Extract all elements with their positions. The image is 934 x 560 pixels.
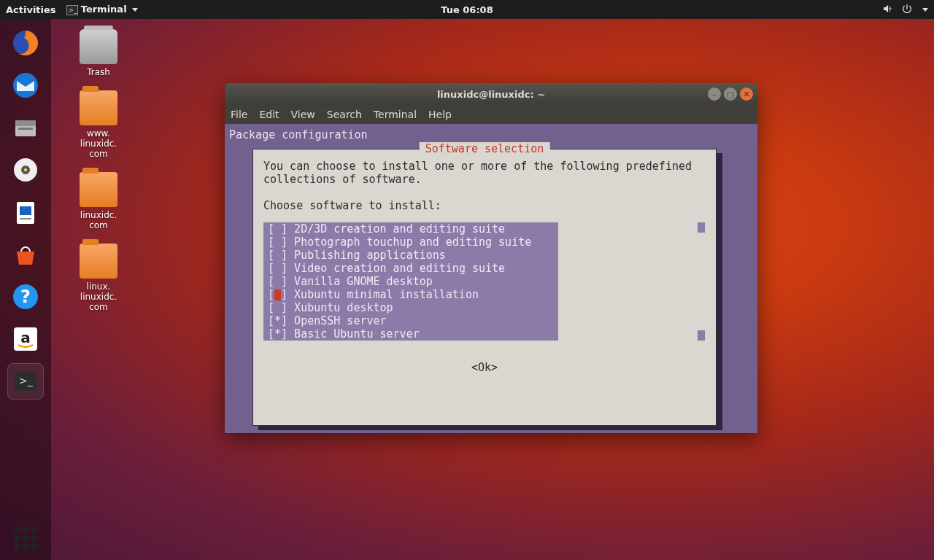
show-applications-button[interactable] bbox=[0, 526, 51, 550]
svg-text:a: a bbox=[20, 329, 31, 346]
software-list-item[interactable]: [*] Basic Ubuntu server bbox=[268, 327, 554, 341]
focused-app-label: Terminal bbox=[81, 4, 127, 15]
svg-rect-10 bbox=[20, 218, 31, 219]
menu-help[interactable]: Help bbox=[428, 109, 452, 120]
activities-button[interactable]: Activities bbox=[6, 4, 56, 15]
terminal-viewport[interactable]: Package configuration Software selection… bbox=[225, 124, 757, 433]
menu-view[interactable]: View bbox=[291, 109, 315, 120]
svg-rect-9 bbox=[20, 206, 31, 215]
software-list-item[interactable]: [*] OpenSSH server bbox=[268, 314, 554, 327]
dock-app-thunderbird[interactable] bbox=[7, 67, 44, 104]
trash-icon bbox=[80, 29, 117, 64]
list-scrollbar[interactable] bbox=[697, 222, 706, 341]
window-title: linuxidc@linuxidc: ~ bbox=[437, 89, 545, 100]
desktop-icon-folder[interactable]: www. linuxidc. com bbox=[66, 90, 131, 159]
apps-grid-icon bbox=[14, 526, 37, 550]
terminal-window: linuxidc@linuxidc: ~ – ▢ ✕ File Edit Vie… bbox=[225, 83, 757, 433]
desktop-icon-folder[interactable]: linuxidc. com bbox=[66, 172, 131, 230]
desktop-icon-folder[interactable]: linux. linuxidc. com bbox=[66, 244, 131, 312]
volume-icon[interactable] bbox=[882, 3, 894, 17]
desktop-icon-trash[interactable]: Trash bbox=[66, 29, 131, 77]
desktop-icon-label: linux. linuxidc. com bbox=[66, 281, 131, 312]
scrollbar-thumb-bottom bbox=[698, 330, 705, 341]
menu-terminal[interactable]: Terminal bbox=[374, 109, 417, 120]
dialog-title: Software selection bbox=[420, 142, 550, 155]
dialog-intro: You can choose to install one or more of… bbox=[263, 160, 706, 212]
dock-app-terminal[interactable]: >_ bbox=[7, 363, 44, 400]
folder-icon bbox=[80, 244, 117, 279]
terminal-menubar: File Edit View Search Terminal Help bbox=[225, 105, 757, 124]
dock: ? a >_ bbox=[0, 19, 51, 560]
window-minimize-button[interactable]: – bbox=[708, 88, 721, 101]
software-list-item[interactable]: [ ] 2D/3D creation and editing suite bbox=[268, 222, 554, 236]
ok-button[interactable]: <Ok> bbox=[263, 361, 706, 374]
menu-file[interactable]: File bbox=[231, 109, 247, 120]
software-list-item[interactable]: [ ] Video creation and editing suite bbox=[268, 262, 554, 275]
software-list-item[interactable]: [ ] Vanilla GNOME desktop bbox=[268, 275, 554, 288]
svg-point-7 bbox=[24, 168, 27, 171]
scrollbar-thumb-top bbox=[698, 222, 705, 233]
desktop-icon-label: www. linuxidc. com bbox=[66, 128, 131, 159]
folder-icon bbox=[80, 90, 117, 125]
top-panel: Activities >_ Terminal Tue 06:08 bbox=[0, 0, 934, 19]
dock-app-amazon[interactable]: a bbox=[7, 321, 44, 357]
software-list-item[interactable]: [] Xubuntu minimal installation bbox=[268, 288, 554, 301]
package-config-header: Package configuration bbox=[228, 127, 754, 141]
window-titlebar[interactable]: linuxidc@linuxidc: ~ – ▢ ✕ bbox=[225, 83, 757, 105]
software-list-item[interactable]: [ ] Publishing applications bbox=[268, 249, 554, 262]
dock-app-firefox[interactable] bbox=[7, 25, 44, 61]
dock-app-rhythmbox[interactable] bbox=[7, 152, 44, 188]
desktop: Trash www. linuxidc. com linuxidc. com l… bbox=[66, 29, 131, 325]
menu-edit[interactable]: Edit bbox=[259, 109, 279, 120]
tasksel-dialog: Software selection You can choose to ins… bbox=[252, 149, 717, 426]
software-list-item[interactable]: [ ] Photograph touchup and editing suite bbox=[268, 236, 554, 249]
dock-app-help[interactable]: ? bbox=[7, 279, 44, 315]
power-icon[interactable] bbox=[901, 3, 913, 17]
dock-app-software[interactable] bbox=[7, 236, 44, 273]
svg-text:>_: >_ bbox=[19, 375, 34, 386]
svg-rect-3 bbox=[15, 120, 36, 126]
focused-app-menu[interactable]: >_ Terminal bbox=[66, 4, 138, 15]
chevron-down-icon bbox=[132, 8, 138, 12]
svg-text:?: ? bbox=[20, 287, 31, 307]
folder-icon bbox=[80, 172, 117, 207]
svg-rect-4 bbox=[18, 128, 33, 130]
software-list-item[interactable]: [ ] Xubuntu desktop bbox=[268, 301, 554, 314]
dock-app-writer[interactable] bbox=[7, 194, 44, 230]
desktop-icon-label: Trash bbox=[66, 67, 131, 77]
menu-search[interactable]: Search bbox=[327, 109, 362, 120]
dock-app-files[interactable] bbox=[7, 109, 44, 146]
terminal-icon: >_ bbox=[66, 5, 78, 15]
clock[interactable]: Tue 06:08 bbox=[441, 4, 493, 15]
software-list[interactable]: [ ] 2D/3D creation and editing suite[ ] … bbox=[263, 222, 558, 341]
chevron-down-icon[interactable] bbox=[922, 8, 928, 12]
desktop-icon-label: linuxidc. com bbox=[66, 210, 131, 230]
window-maximize-button[interactable]: ▢ bbox=[724, 88, 737, 101]
window-close-button[interactable]: ✕ bbox=[740, 88, 753, 101]
